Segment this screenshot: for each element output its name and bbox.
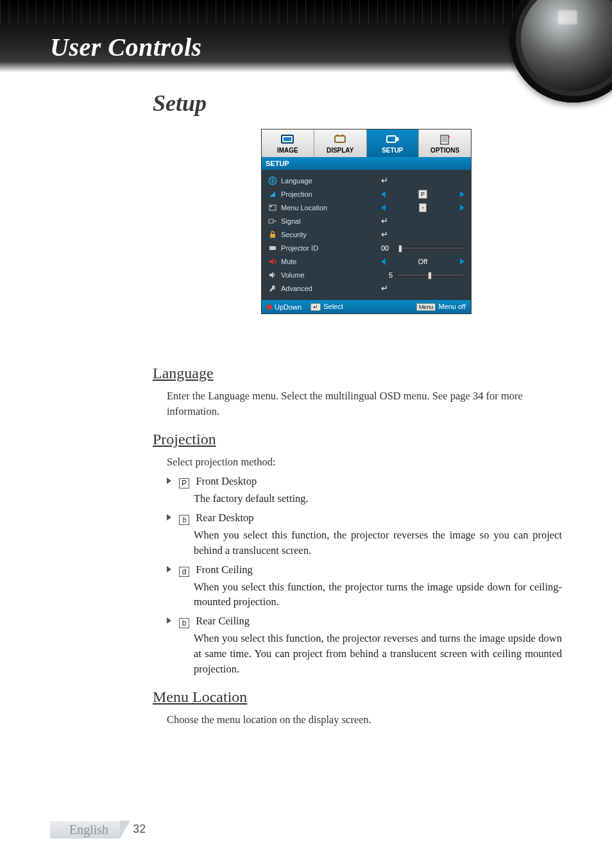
projection-glyph: Ꟈ <box>179 515 189 525</box>
osd-item-label: Language <box>281 177 377 185</box>
body-text: Choose the menu location on the display … <box>167 712 562 728</box>
enter-icon <box>381 177 390 185</box>
osd-tab-setup: SETUP <box>367 129 420 157</box>
svg-rect-2 <box>335 136 345 142</box>
osd-item-label: Security <box>281 231 377 238</box>
projection-desc: When you select this function, the proje… <box>194 631 562 677</box>
osd-row-security: Security <box>268 228 464 241</box>
svg-point-3 <box>337 134 339 136</box>
subsection-heading: Language <box>153 365 562 382</box>
osd-row-projector-id: Projector ID 00 <box>268 241 464 255</box>
svg-point-6 <box>395 137 399 141</box>
projection-desc: The factory default setting. <box>194 491 562 506</box>
arrow-right-icon <box>460 258 464 265</box>
arrow-left-icon <box>381 191 386 197</box>
header-banner: User Controls <box>0 0 612 77</box>
projection-glyph: b <box>179 618 189 628</box>
image-icon <box>280 133 295 145</box>
svg-rect-7 <box>441 135 448 144</box>
wrench-icon <box>268 284 277 293</box>
osd-item-label: Advanced <box>281 285 377 292</box>
red-dot-icon <box>267 305 272 310</box>
projector-id-slider <box>396 247 464 249</box>
projection-title: Front Desktop <box>196 475 257 487</box>
projection-title: Front Ceiling <box>196 563 252 576</box>
osd-tab-label: OPTIONS <box>430 147 459 154</box>
svg-rect-12 <box>270 234 275 238</box>
osd-tab-display: DISPLAY <box>314 129 367 157</box>
triangle-bullet-icon <box>167 514 171 521</box>
enter-key-icon: ↵ <box>310 303 321 311</box>
osd-footer-bar: UpDown ↵Select MenuMenu off <box>262 300 471 313</box>
projection-list: P Front Desktop The factory default sett… <box>167 475 562 677</box>
arrow-left-icon <box>381 258 386 265</box>
menu-location-value-chip: ▫ <box>419 203 426 212</box>
osd-item-label: Projection <box>281 190 377 198</box>
osd-row-advanced: Advanced <box>268 281 464 295</box>
section-language: Language Enter the Language menu. Select… <box>153 365 562 419</box>
svg-rect-13 <box>269 246 276 250</box>
footer-language: English <box>50 821 120 839</box>
globe-icon <box>268 176 277 185</box>
content-area: Setup IMAGE DISPLAY SETUP OPTIONS SETUP <box>0 77 612 728</box>
arrow-right-icon <box>460 191 464 197</box>
osd-tab-label: IMAGE <box>277 147 298 154</box>
arrow-right-icon <box>460 204 464 211</box>
setup-icon <box>385 133 400 145</box>
projection-item: d Front Ceiling When you select this fun… <box>167 563 562 610</box>
mute-value: Off <box>389 258 456 265</box>
subsection-heading: Projection <box>153 431 562 448</box>
osd-item-label: Menu Location <box>281 204 377 212</box>
projection-glyph: P <box>179 478 189 488</box>
projection-desc: When you select this function, the proje… <box>194 580 562 610</box>
body-text: Select projection method: <box>167 455 562 470</box>
projection-item: P Front Desktop The factory default sett… <box>167 475 562 506</box>
enter-icon <box>381 285 390 292</box>
triangle-bullet-icon <box>167 617 171 624</box>
osd-row-language: Language <box>268 174 464 187</box>
osd-screenshot: IMAGE DISPLAY SETUP OPTIONS SETUP Langua… <box>262 129 471 313</box>
section-projection: Projection Select projection method: P F… <box>153 431 562 677</box>
projection-value-chip: P <box>418 190 427 199</box>
triangle-bullet-icon <box>167 478 171 484</box>
osd-footer-select: ↵Select <box>310 303 343 311</box>
projection-icon <box>268 190 277 199</box>
osd-tab-bar: IMAGE DISPLAY SETUP OPTIONS <box>262 129 471 157</box>
projection-glyph: d <box>179 567 189 577</box>
osd-row-volume: Volume 5 <box>268 268 464 281</box>
projection-title: Rear Desktop <box>196 512 253 524</box>
page-title: User Controls <box>50 32 202 62</box>
enter-icon <box>381 231 390 238</box>
body-text: Enter the Language menu. Select the mult… <box>167 388 562 419</box>
osd-row-signal: Signal <box>268 214 464 228</box>
subsection-heading: Menu Location <box>153 689 562 706</box>
osd-item-label: Mute <box>281 258 377 265</box>
osd-item-label: Volume <box>281 271 377 279</box>
arrow-left-icon <box>381 204 386 211</box>
page-number: 32 <box>133 822 146 836</box>
speaker-icon <box>268 271 277 280</box>
osd-row-projection: Projection P <box>268 187 464 201</box>
osd-footer-updown: UpDown <box>267 303 302 311</box>
footer-page-wrap: 32 <box>120 821 158 839</box>
section-menu-location: Menu Location Choose the menu location o… <box>153 689 562 728</box>
osd-tab-label: SETUP <box>382 147 403 154</box>
section-heading: Setup <box>153 90 562 117</box>
menu-key-icon: Menu <box>416 303 436 311</box>
osd-panel-title: SETUP <box>262 157 471 170</box>
svg-point-4 <box>342 134 344 136</box>
osd-tab-image: IMAGE <box>262 129 314 157</box>
osd-tab-options: OPTIONS <box>419 129 471 157</box>
volume-value: 5 <box>381 271 393 279</box>
projection-title: Rear Ceiling <box>196 615 250 627</box>
projection-desc: When you select this function, the proje… <box>194 528 562 558</box>
osd-row-mute: Mute Off <box>268 255 464 268</box>
triangle-bullet-icon <box>167 566 171 572</box>
svg-rect-10 <box>270 206 272 207</box>
osd-tab-label: DISPLAY <box>327 147 353 154</box>
signal-icon <box>268 217 277 226</box>
osd-item-label: Signal <box>281 217 377 225</box>
osd-row-menu-location: Menu Location ▫ <box>268 201 464 214</box>
display-icon <box>332 133 348 145</box>
projector-id-value: 00 <box>381 244 393 252</box>
